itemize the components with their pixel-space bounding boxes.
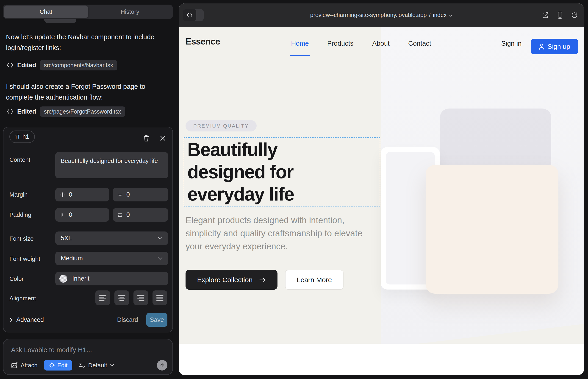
font-weight-value: Medium — [61, 255, 83, 262]
model-default-selector[interactable]: Default — [79, 362, 114, 369]
text-type-icon: тT — [15, 134, 20, 140]
arrow-up-icon — [160, 363, 165, 368]
preview-window: preview--charming-site-symphony.lovable.… — [179, 3, 584, 375]
selected-h1-element[interactable]: Beautifully designed for everyday life — [184, 137, 380, 206]
content-label: Content — [9, 156, 30, 163]
code-icon — [7, 63, 14, 68]
element-editor-panel: тT h1 Content Beautifully designed for e… — [3, 127, 173, 332]
selected-element-chip[interactable]: тT h1 — [9, 130, 35, 143]
site-canvas: Essence Home Products About Contact Sign… — [179, 27, 584, 375]
save-button[interactable]: Save — [146, 313, 167, 327]
advanced-label: Advanced — [16, 316, 44, 323]
delete-element-button[interactable] — [141, 133, 151, 143]
send-button[interactable] — [157, 360, 167, 371]
sign-in-link[interactable]: Sign in — [501, 40, 522, 47]
composer-toolbar: Attach Edit Default — [11, 360, 167, 371]
padding-y-input[interactable]: 0 — [113, 208, 168, 222]
file-path-badge[interactable]: src/components/Navbar.tsx — [40, 60, 117, 70]
color-label: Color — [9, 275, 24, 283]
padding-label: Padding — [9, 211, 31, 218]
section-below-hero — [179, 344, 584, 375]
edited-label: Edited — [17, 108, 36, 115]
hero-paragraph: Elegant products designed with intention… — [186, 214, 369, 253]
margin-x-input[interactable]: 0 — [55, 188, 109, 201]
hero-cta-row: Explore Collection Learn More — [186, 270, 343, 290]
edit-label: Edit — [57, 362, 68, 369]
app-root: Chat History Now let's update the Navbar… — [0, 0, 588, 379]
sidebar-tab-bar: Chat History — [3, 5, 173, 19]
chat-message: I should also create a Forgot Password p… — [6, 81, 169, 103]
tab-chat[interactable]: Chat — [4, 5, 88, 18]
hero-heading-line: everyday life — [187, 183, 377, 205]
align-left-button[interactable] — [95, 290, 110, 305]
align-center-button[interactable] — [114, 290, 129, 305]
chat-composer[interactable]: Ask Lovable to modify H1... Attach Edit … — [3, 339, 173, 375]
color-value: Inherit — [72, 275, 90, 282]
nav-link-about[interactable]: About — [372, 40, 390, 47]
transparency-swatch-icon — [59, 275, 67, 283]
panel-footer: Advanced Discard Save — [9, 313, 167, 327]
edited-file-row: Edited src/components/Navbar.tsx — [7, 60, 117, 71]
preview-page-name: index — [433, 12, 447, 18]
font-weight-select[interactable]: Medium — [55, 252, 168, 265]
chevron-down-icon — [110, 364, 114, 367]
content-input[interactable]: Beautifully designed for everyday life — [55, 152, 168, 178]
margin-label: Margin — [9, 191, 28, 198]
explore-collection-label: Explore Collection — [197, 276, 253, 284]
chevron-down-icon — [157, 237, 163, 240]
chevron-down-icon — [157, 257, 163, 260]
discard-button[interactable]: Discard — [117, 316, 138, 323]
arrow-right-icon — [259, 277, 266, 283]
font-size-label: Font size — [9, 235, 34, 242]
alignment-label: Alignment — [9, 295, 36, 302]
attach-button[interactable]: Attach — [11, 362, 38, 369]
nav-link-contact[interactable]: Contact — [408, 40, 431, 47]
edit-mode-button[interactable]: Edit — [44, 360, 72, 371]
chat-sidebar: Chat History Now let's update the Navbar… — [0, 0, 179, 379]
explore-collection-button[interactable]: Explore Collection — [186, 270, 278, 290]
crosshair-icon — [49, 362, 55, 368]
tab-history[interactable]: History — [88, 5, 172, 18]
decor-card-cream — [426, 165, 558, 294]
active-nav-underline — [290, 55, 310, 56]
learn-more-button[interactable]: Learn More — [285, 270, 343, 290]
preview-url: preview--charming-site-symphony.lovable.… — [310, 12, 427, 18]
edited-label: Edited — [17, 62, 36, 69]
font-size-select[interactable]: 5XL — [55, 232, 168, 245]
padding-x-value: 0 — [69, 211, 72, 218]
color-select[interactable]: Inherit — [55, 272, 168, 285]
font-size-value: 5XL — [61, 235, 72, 242]
sign-up-button[interactable]: Sign up — [531, 39, 578, 54]
premium-quality-badge: PREMIUM QUALITY — [186, 120, 257, 131]
attach-image-icon — [11, 362, 18, 369]
padding-x-input[interactable]: 0 — [55, 208, 109, 222]
nav-link-home[interactable]: Home — [291, 40, 309, 47]
alignment-button-group — [95, 290, 167, 305]
padding-y-value: 0 — [126, 211, 130, 218]
mobile-view-icon[interactable] — [558, 12, 562, 19]
align-justify-button[interactable] — [153, 290, 167, 305]
align-right-button[interactable] — [134, 290, 148, 305]
topbar-actions — [542, 3, 578, 27]
edited-file-row: Edited src/pages/ForgotPassword.tsx — [7, 106, 125, 117]
chevron-down-icon[interactable] — [449, 15, 452, 17]
chat-message: Now let's update the Navbar component to… — [6, 32, 169, 53]
open-external-icon[interactable] — [542, 12, 549, 19]
file-path-badge[interactable]: src/pages/ForgotPassword.tsx — [40, 107, 125, 117]
advanced-toggle[interactable]: Advanced — [9, 316, 44, 323]
hero-heading-line: Beautifully — [187, 139, 377, 161]
scrolled-button-partial[interactable] — [44, 19, 76, 23]
close-panel-icon[interactable] — [158, 133, 168, 143]
site-logo[interactable]: Essence — [186, 37, 220, 47]
margin-y-value: 0 — [126, 191, 130, 198]
preview-url-bar[interactable]: preview--charming-site-symphony.lovable.… — [179, 3, 584, 27]
margin-y-input[interactable]: 0 — [113, 188, 168, 201]
hero-heading-line: designed for — [187, 161, 377, 183]
sign-up-label: Sign up — [548, 43, 570, 50]
refresh-icon[interactable] — [571, 12, 578, 19]
nav-link-products[interactable]: Products — [327, 40, 353, 47]
selected-element-tag: h1 — [22, 133, 29, 141]
attach-label: Attach — [21, 362, 38, 369]
preview-topbar: preview--charming-site-symphony.lovable.… — [179, 3, 584, 27]
composer-placeholder[interactable]: Ask Lovable to modify H1... — [11, 346, 92, 354]
